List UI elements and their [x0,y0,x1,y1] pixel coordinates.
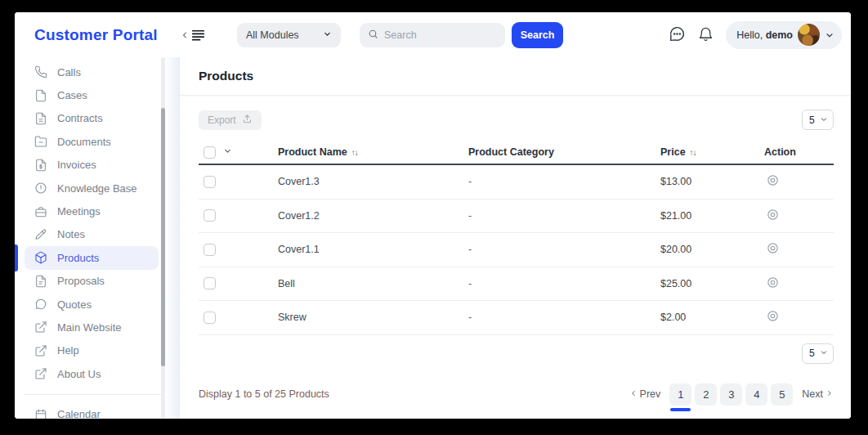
row-checkbox[interactable] [204,209,216,222]
info-circle-icon [34,182,47,195]
table-row: Cover1.2-$21.00 [199,200,834,234]
sidebar-item-label: Proposals [57,275,105,287]
product-price: $25.00 [660,278,764,289]
view-button[interactable] [766,276,780,292]
main-content: Products Export 5 [180,57,851,419]
pencil-icon [34,228,47,241]
chat-button[interactable] [669,25,686,45]
page-size-select-top[interactable]: 5 [802,110,834,130]
page-button-1[interactable]: 1 [669,383,691,406]
search-box[interactable] [360,23,505,47]
chat-icon [669,25,686,45]
view-button[interactable] [766,241,780,258]
row-checkbox[interactable] [204,277,216,289]
sidebar-collapse-button[interactable] [180,27,206,43]
sidebar-item-label: Notes [57,228,85,240]
row-checkbox[interactable] [204,176,216,188]
sidebar-item-documents[interactable]: Documents [25,130,159,153]
chevron-down-icon [820,348,828,359]
sidebar-scrollbar-track [161,57,165,419]
file-icon [34,89,47,102]
greeting-text: Hello, demo [736,29,793,41]
chevron-down-icon [323,29,332,41]
product-price: $2.00 [660,312,764,323]
app-logo: Customer Portal [34,26,175,44]
sidebar-item-products[interactable]: Products [25,246,159,269]
page-size-select-bottom[interactable]: 5 [802,343,834,364]
page-button-4[interactable]: 4 [745,383,767,406]
file-lines-icon [34,275,47,288]
sidebar-item-label: Calendar [57,408,101,419]
sidebar-item-knowledge-base[interactable]: Knowledge Base [25,177,159,200]
notifications-button[interactable] [698,26,714,44]
sidebar-item-label: Calls [57,66,81,78]
external-link-icon [34,344,47,357]
sidebar-item-label: Meetings [57,205,101,218]
user-menu[interactable]: Hello, demo [726,21,842,49]
search-input[interactable] [384,29,482,41]
page-button-3[interactable]: 3 [720,383,742,406]
page-button-2[interactable]: 2 [695,383,717,406]
product-name: Cover1.1 [278,244,468,255]
sidebar-item-calls[interactable]: Calls [25,61,159,83]
sidebar-item-invoices[interactable]: Invoices [25,154,159,177]
row-checkbox[interactable] [204,244,216,256]
prev-button[interactable]: Prev [629,388,661,400]
product-category: - [468,210,660,222]
sidebar-item-label: Knowledge Base [57,182,137,195]
invoice-icon [34,159,47,172]
next-button[interactable]: Next [802,388,834,400]
username: demo [766,29,793,41]
export-button[interactable]: Export [199,110,262,130]
table-header: Product Name↑↓ Product Category Price↑↓ … [199,141,834,165]
active-item-indicator [15,244,18,271]
sidebar-item-meetings[interactable]: Meetings [25,200,159,222]
row-checkbox[interactable] [204,312,216,324]
bulk-actions-chevron-icon[interactable] [223,146,232,158]
view-button[interactable] [766,208,780,224]
phone-icon [34,65,47,78]
search-button[interactable]: Search [512,22,563,48]
eye-icon [766,241,780,258]
module-select-value: All Modules [246,29,299,41]
sidebar-item-about-us[interactable]: About Us [25,362,159,385]
product-price: $13.00 [660,176,764,187]
table-body: Cover1.3-$13.00Cover1.2-$21.00Cover1.1-$… [199,165,834,335]
view-button[interactable] [766,173,780,190]
external-link-icon [34,367,47,380]
page-title: Products [199,69,253,83]
page-header: Products [180,57,851,96]
product-category: - [468,312,660,323]
sidebar-item-label: Contracts [57,112,103,124]
sidebar-item-notes[interactable]: Notes [25,223,159,246]
sidebar-item-cases[interactable]: Cases [25,83,159,106]
sort-icon[interactable]: ↑↓ [351,148,358,157]
product-price: $21.00 [660,210,764,222]
sort-icon[interactable]: ↑↓ [690,148,696,157]
column-product-category: Product Category [468,146,660,158]
pagination: Prev 12345 Next [629,383,834,406]
column-price[interactable]: Price↑↓ [660,146,764,158]
chevron-down-icon [820,114,828,126]
module-select[interactable]: All Modules [237,23,341,47]
sidebar-item-proposals[interactable]: Proposals [25,270,159,293]
calendar-icon [34,408,47,419]
column-product-name[interactable]: Product Name↑↓ [278,146,468,158]
table-row: Cover1.3-$13.00 [199,165,834,200]
view-button[interactable] [766,309,780,325]
select-all-checkbox[interactable] [204,146,216,159]
external-link-icon [34,321,47,334]
sidebar-item-calendar[interactable]: Calendar [25,402,159,419]
page-button-5[interactable]: 5 [771,383,793,406]
sidebar-item-contracts[interactable]: Contracts [25,107,159,130]
product-name: Cover1.3 [278,176,468,187]
chevron-right-icon [825,388,834,400]
sidebar-scrollbar-thumb[interactable] [161,108,165,366]
eye-icon [766,208,780,224]
sidebar-item-help[interactable]: Help [25,339,159,362]
sidebar-item-quotes[interactable]: Quotes [25,293,159,316]
sidebar-divider [25,394,163,395]
page-buttons: 12345 [668,383,794,406]
sidebar-item-main-website[interactable]: Main Website [25,316,159,339]
table-footer: Display 1 to 5 of 25 Products Prev 12345… [199,383,834,406]
